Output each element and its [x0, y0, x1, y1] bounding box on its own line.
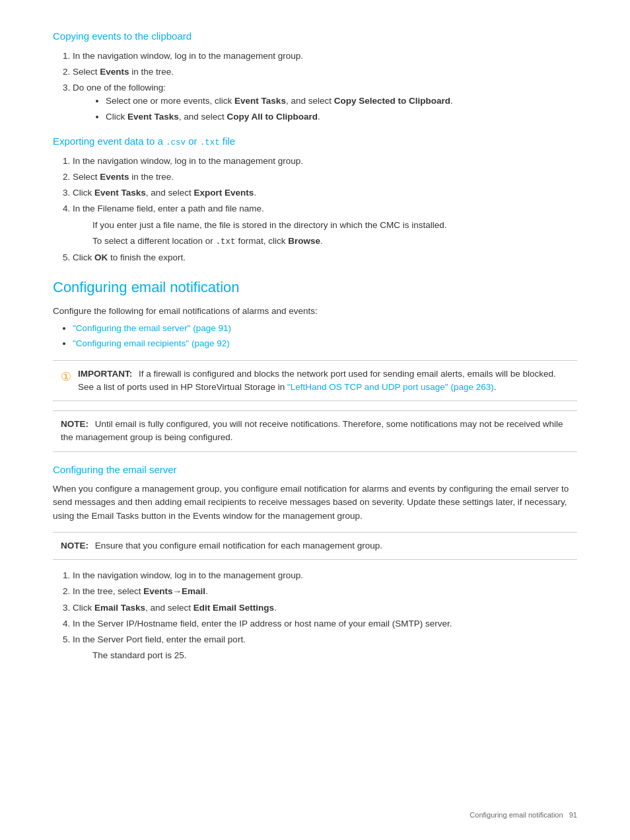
note-label2: NOTE: [61, 541, 88, 551]
link-email-server[interactable]: "Configuring the email server" (page 91) [73, 323, 231, 333]
bold-text: Events [100, 172, 129, 182]
section-configuring-email: Configuring email notification Configure… [53, 276, 577, 452]
section1-steps: In the navigation window, log in to the … [53, 50, 577, 124]
footer-text: Configuring email notification [470, 811, 563, 819]
list-item: Click OK to finish the export. [73, 251, 577, 264]
section4-intro: When you configure a management group, y… [53, 482, 577, 523]
bold-text: Event Tasks [234, 96, 286, 106]
list-item: Select Events in the tree. [73, 171, 577, 184]
list-item: In the navigation window, log in to the … [73, 50, 577, 63]
bold-text: Copy All to Clipboard [227, 112, 318, 122]
section4-steps: In the navigation window, log in to the … [53, 569, 577, 663]
list-item: In the Filename field, enter a path and … [73, 202, 577, 248]
section3-heading: Configuring email notification [53, 276, 577, 298]
bold-text: Copy Selected to Clipboard [334, 96, 450, 106]
list-item: "Configuring email recipients" (page 92) [73, 337, 577, 350]
step4-note1: If you enter just a file name, the file … [92, 219, 577, 232]
note-label: NOTE: [61, 419, 88, 429]
note-box-configure: NOTE: Ensure that you configure email no… [53, 532, 577, 560]
list-item: Select Events in the tree. [73, 65, 577, 79]
note-text: Until email is fully configured, you wil… [61, 419, 563, 442]
section2-steps: In the navigation window, log in to the … [53, 155, 577, 264]
important-icon: ① [61, 368, 71, 386]
link-port-usage[interactable]: "LeftHand OS TCP and UDP port usage" (pa… [287, 382, 494, 392]
footer-page: 91 [569, 811, 577, 819]
link-email-recipients[interactable]: "Configuring email recipients" (page 92) [73, 338, 230, 348]
list-item: "Configuring the email server" (page 91) [73, 322, 577, 335]
important-label: IMPORTANT: [78, 369, 132, 379]
list-item: In the tree, select Events→Email. [73, 585, 577, 598]
bold-text: Edit Email Settings [193, 603, 274, 613]
footer: Configuring email notification 91 [470, 810, 577, 821]
bold-text: Events [143, 586, 172, 596]
section1-heading: Copying events to the clipboard [53, 29, 577, 44]
step4-note2: To select a different location or .txt f… [92, 235, 577, 248]
list-item: Click Event Tasks, and select Copy All t… [106, 110, 577, 124]
note-text2: Ensure that you configure email notifica… [95, 541, 382, 551]
mono-csv: .csv [166, 138, 186, 147]
list-item: In the Server Port field, enter the emai… [73, 633, 577, 663]
section1-bullets: Select one or more events, click Event T… [73, 95, 577, 124]
important-end: . [494, 382, 497, 392]
list-item: In the navigation window, log in to the … [73, 569, 577, 582]
bold-text: Export Events [194, 188, 254, 198]
section-email-server: Configuring the email server When you co… [53, 463, 577, 663]
mono-txt2: .txt [216, 237, 236, 247]
list-item: In the Server IP/Hostname field, enter t… [73, 617, 577, 630]
section4-heading: Configuring the email server [53, 463, 577, 478]
important-box: ① IMPORTANT: If a firewall is configured… [53, 360, 577, 402]
bold-text: OK [94, 252, 108, 262]
section-exporting-events: Exporting event data to a .csv or .txt f… [53, 134, 577, 264]
note-box-email: NOTE: Until email is fully configured, y… [53, 410, 577, 452]
section-copying-events: Copying events to the clipboard In the n… [53, 29, 577, 124]
list-item: Do one of the following: Select one or m… [73, 81, 577, 124]
bold-text: Browse [288, 236, 320, 246]
list-item: Click Event Tasks, and select Export Eve… [73, 186, 577, 200]
bold-text: Event Tasks [127, 112, 179, 122]
list-item: In the navigation window, log in to the … [73, 155, 577, 168]
section2-heading: Exporting event data to a .csv or .txt f… [53, 134, 577, 149]
bold-text: Email Tasks [94, 603, 145, 613]
mono-txt: .txt [200, 138, 220, 147]
list-item: Click Email Tasks, and select Edit Email… [73, 601, 577, 615]
bold-text: Event Tasks [94, 188, 146, 198]
bold-text: Email [182, 586, 205, 596]
section3-intro: Configure the following for email notifi… [53, 305, 577, 318]
list-item: Select one or more events, click Event T… [106, 95, 577, 108]
important-content: IMPORTANT: If a firewall is configured a… [78, 367, 569, 395]
section3-links: "Configuring the email server" (page 91)… [53, 322, 577, 351]
bold-text: Events [100, 67, 129, 77]
step5-note: The standard port is 25. [92, 649, 577, 662]
